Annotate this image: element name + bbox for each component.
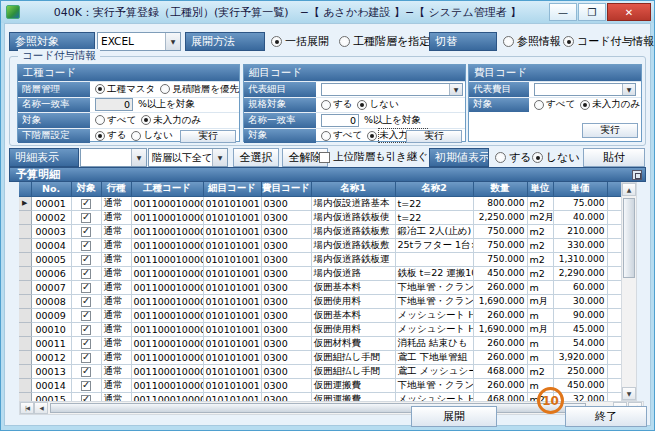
cell-unit[interactable]: m2 xyxy=(527,252,553,266)
match-rate-input[interactable]: 0 xyxy=(321,114,359,127)
row-checkbox[interactable] xyxy=(81,297,91,307)
cell-type[interactable]: 通常 xyxy=(101,322,131,336)
radio-batch-expand[interactable]: 一括展開 xyxy=(271,34,329,49)
row-selector[interactable] xyxy=(19,294,31,308)
cell-checked[interactable] xyxy=(71,308,101,322)
cell-saimoku[interactable]: 010101001 xyxy=(203,336,261,350)
cell-himoku[interactable]: 0300 xyxy=(261,196,311,210)
table-row[interactable]: 00009通常0011000100000101010010300仮囲基本料メッシ… xyxy=(19,308,621,322)
cell-qty[interactable]: 2,250.000 xyxy=(473,210,527,224)
col-header-no[interactable]: No. xyxy=(31,182,71,196)
cell-checked[interactable] xyxy=(71,238,101,252)
chevron-down-icon[interactable]: ▼ xyxy=(449,84,462,95)
cell-himoku[interactable]: 0300 xyxy=(261,210,311,224)
cell-checked[interactable] xyxy=(71,378,101,392)
cell-name1[interactable]: 仮囲使用料 xyxy=(311,322,395,336)
cell-himoku[interactable]: 0300 xyxy=(261,350,311,364)
cell-qty[interactable]: 260.000 xyxy=(473,308,527,322)
radio-lower-no[interactable]: しない xyxy=(131,129,172,142)
grid-restore-icon[interactable] xyxy=(632,170,642,180)
cell-no[interactable]: 00014 xyxy=(31,378,71,392)
cell-himoku[interactable]: 0300 xyxy=(261,294,311,308)
cell-price[interactable]: 40.000 xyxy=(553,210,607,224)
table-row[interactable]: 00003通常0011000100000101010010300場内仮道路鉄板敷… xyxy=(19,224,621,238)
col-header-qty[interactable]: 数量 xyxy=(473,182,527,196)
cell-qty[interactable]: 1,690.000 xyxy=(473,294,527,308)
table-row[interactable]: 00013通常0011000100000101010010300仮囲組払し手間鳶… xyxy=(19,364,621,378)
row-selector[interactable] xyxy=(19,238,31,252)
cell-saimoku[interactable]: 010101001 xyxy=(203,322,261,336)
cell-saimoku[interactable]: 010101001 xyxy=(203,364,261,378)
cell-no[interactable]: 00007 xyxy=(31,280,71,294)
kousyu-execute-button[interactable]: 実行 xyxy=(180,130,236,143)
cell-saimoku[interactable]: 010101001 xyxy=(203,392,261,401)
row-checkbox[interactable] xyxy=(81,227,91,237)
cell-name2[interactable]: メッシュシート H=1800 xyxy=(395,392,473,401)
radio-kousyu-master[interactable]: 工種マスタ xyxy=(95,83,155,96)
cell-name2[interactable]: 下地単管・クランプ H xyxy=(395,280,473,294)
cell-checked[interactable] xyxy=(71,280,101,294)
cell-unit[interactable]: m xyxy=(527,336,553,350)
exit-button[interactable]: 終了 xyxy=(565,406,647,427)
cell-kousyu[interactable]: 001100010000 xyxy=(131,378,203,392)
chevron-down-icon[interactable]: ▼ xyxy=(622,84,635,95)
expand-button[interactable]: 展開 xyxy=(411,406,497,427)
cell-name2[interactable]: 下地単管・クランプ H xyxy=(395,294,473,308)
radio-code-assign-info[interactable]: コード付与情報 xyxy=(563,34,655,49)
row-selector[interactable] xyxy=(19,350,31,364)
cell-type[interactable]: 通常 xyxy=(101,210,131,224)
cell-name1[interactable]: 仮囲組払し手間 xyxy=(311,364,395,378)
row-selector[interactable] xyxy=(19,336,31,350)
cell-unit[interactable]: m2 xyxy=(527,196,553,210)
cell-kousyu[interactable]: 001100010000 xyxy=(131,350,203,364)
table-row[interactable]: 00008通常0011000100000101010010300仮囲使用料下地単… xyxy=(19,294,621,308)
cell-type[interactable]: 通常 xyxy=(101,378,131,392)
cell-name1[interactable]: 仮囲運搬費 xyxy=(311,392,395,401)
radio-estimate-hierarchy[interactable]: 見積階層を優先 xyxy=(160,83,239,96)
cell-amount[interactable] xyxy=(607,392,621,401)
cell-kousyu[interactable]: 001100010000 xyxy=(131,266,203,280)
select-all-button[interactable]: 全選択 xyxy=(233,148,279,167)
cell-kousyu[interactable]: 001100010000 xyxy=(131,308,203,322)
col-header-name1[interactable]: 名称1 xyxy=(311,182,395,196)
cell-qty[interactable]: 750.000 xyxy=(473,238,527,252)
inherit-upper-checkbox[interactable]: 上位階層も引き継ぐ xyxy=(319,150,428,164)
cell-type[interactable]: 通常 xyxy=(101,224,131,238)
cell-qty[interactable]: 468.000 xyxy=(473,392,527,401)
title-bar[interactable]: 040K：実行予算登録（工種別）(実行予算一覧) −【 あさかわ建設 】−【 シ… xyxy=(1,1,654,23)
cell-unit[interactable]: m2月 xyxy=(527,210,553,224)
cell-unit[interactable]: m2 xyxy=(527,364,553,378)
cell-kousyu[interactable]: 001100010000 xyxy=(131,224,203,238)
rep-saimoku-combobox[interactable]: ▼ xyxy=(321,83,463,96)
cell-saimoku[interactable]: 010101001 xyxy=(203,308,261,322)
cell-no[interactable]: 00002 xyxy=(31,210,71,224)
cell-amount[interactable] xyxy=(607,210,621,224)
cell-price[interactable]: 210.000 xyxy=(553,224,607,238)
scroll-up-icon[interactable]: ▲ xyxy=(622,183,636,196)
cell-price[interactable]: 90.000 xyxy=(553,308,607,322)
row-selector[interactable] xyxy=(19,364,31,378)
cell-himoku[interactable]: 0300 xyxy=(261,336,311,350)
table-row[interactable]: 00014通常0011000100000101010010300仮囲運搬費下地単… xyxy=(19,378,621,392)
cell-no[interactable]: 00008 xyxy=(31,294,71,308)
cell-name1[interactable]: 仮囲基本料 xyxy=(311,280,395,294)
table-row[interactable]: ▶00001通常0011000100000101010010300場内仮設道路基… xyxy=(19,196,621,210)
row-checkbox[interactable] xyxy=(81,199,91,209)
cell-name1[interactable]: 場内仮道路 xyxy=(311,266,395,280)
radio-initial-no[interactable]: しない xyxy=(532,150,580,165)
cell-name2[interactable]: メッシュシート H=1800 xyxy=(395,308,473,322)
cell-himoku[interactable]: 0300 xyxy=(261,364,311,378)
chevron-down-icon[interactable]: ▼ xyxy=(165,33,180,50)
table-row[interactable]: 00005通常0011000100000101010010300場内仮道路鉄板運… xyxy=(19,252,621,266)
cell-kousyu[interactable]: 001100010000 xyxy=(131,210,203,224)
cell-price[interactable]: 450.000 xyxy=(553,378,607,392)
row-selector[interactable] xyxy=(19,392,31,401)
cell-saimoku[interactable]: 010101001 xyxy=(203,196,261,210)
cell-saimoku[interactable]: 010101001 xyxy=(203,238,261,252)
radio-himoku-all[interactable]: すべて xyxy=(534,98,575,111)
cell-unit[interactable]: m2 xyxy=(527,266,553,280)
row-selector[interactable] xyxy=(19,210,31,224)
radio-kousyu-unentered[interactable]: 未入力のみ xyxy=(141,114,201,127)
cell-kousyu[interactable]: 001100010000 xyxy=(131,252,203,266)
cell-amount[interactable] xyxy=(607,196,621,210)
